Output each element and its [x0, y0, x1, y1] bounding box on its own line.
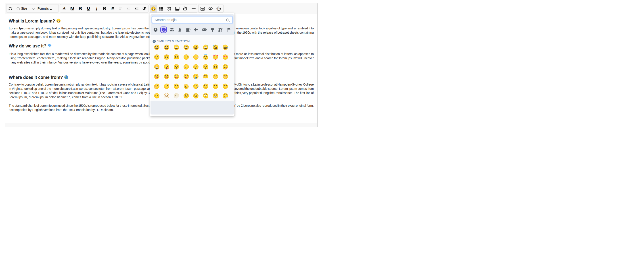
svg-text:A: A [63, 6, 66, 10]
svg-text:U: U [87, 6, 90, 11]
svg-text:I: I [95, 6, 98, 11]
svg-text:B: B [78, 6, 82, 11]
svg-text:A: A [71, 6, 74, 10]
svg-text:@: @ [217, 7, 220, 10]
svg-text:3: 3 [111, 9, 112, 10]
